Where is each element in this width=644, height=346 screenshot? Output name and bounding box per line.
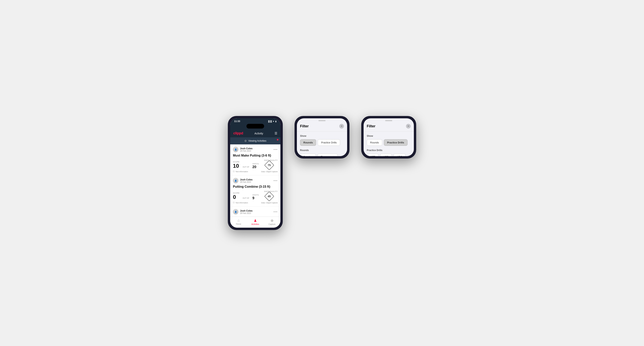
notification-dot-1 [277, 139, 278, 141]
user-info-1: 👤 Josh Coles 28 Feb 2023 [233, 147, 252, 152]
user-info-2: 👤 Josh Coles 28 Feb 2023 [233, 178, 252, 183]
sq-group-2: Shot Quality 45 [264, 190, 278, 200]
filter-icon-1: ⚙ [244, 139, 247, 143]
phone-2-screen: 11:33 ▐▐▐ ▼ ▮ clippd Activity ☰ ⚙ Viewin… [297, 118, 347, 156]
score-group-2: Score 0 [233, 192, 240, 200]
out-of-1: OUT OF [243, 166, 250, 169]
test-info-2: ⓘ Test Information [233, 201, 248, 204]
activity-title-2: Putting Combine (3-15 ft) [233, 185, 278, 188]
sq-label-2: Shot Quality [264, 190, 278, 192]
close-button-3[interactable]: ✕ [406, 124, 411, 129]
more-dots-2[interactable]: ••• [274, 179, 278, 182]
avatar-img-2: 👤 [233, 178, 238, 183]
phone-2: 11:33 ▐▐▐ ▼ ▮ clippd Activity ☰ ⚙ Viewin… [294, 116, 350, 159]
info-icon-1: ⓘ [233, 170, 235, 173]
user-date-2: 28 Feb 2023 [240, 181, 252, 183]
signal-icon: ▐▐▐ [268, 120, 272, 123]
more-dots-3[interactable]: ••• [274, 210, 278, 213]
island-pill-1 [246, 124, 264, 129]
rounds-show-btn-2[interactable]: Rounds [300, 139, 316, 146]
user-name-2: Josh Coles [240, 178, 252, 181]
activity-list-1: 👤 Josh Coles 28 Feb 2023 ••• Must Make P… [230, 144, 280, 217]
status-bar-1: 11:33 ▐▐▐ ▼ ▮ [230, 118, 280, 124]
modal-title-3: Filter [367, 124, 375, 128]
avatar-1: 👤 [233, 147, 238, 152]
activities-icon-1: ♟ [254, 218, 257, 223]
score-value-1: 10 [233, 163, 240, 169]
bottom-nav-1: ⌂ Home ♟ Activities ⊕ Capture [230, 217, 280, 228]
drill-buttons-3: OTT APP ARG PUTT [367, 154, 411, 156]
menu-icon-1[interactable]: ☰ [274, 132, 277, 135]
sq-badge-1: 75 [264, 160, 274, 170]
stats-row-1: Score 10 OUT OF Shots 20 Shot Quality 75 [233, 159, 278, 169]
nav-item-home-1[interactable]: ⌂ Home [230, 218, 247, 225]
arg-btn-3[interactable]: ARG [394, 154, 406, 156]
capture-label-1: Capture [269, 223, 276, 225]
shots-label-2: Shots [252, 194, 259, 196]
rounds-buttons-2: Practice Tournament [300, 154, 344, 156]
modal-handle-3 [364, 118, 414, 122]
modal-body-3: Show Rounds Practice Drills Practice Dri… [364, 132, 414, 156]
wifi-icon: ▼ [272, 120, 274, 123]
home-label-1: Home [236, 223, 241, 225]
nav-item-activities-1[interactable]: ♟ Activities [247, 218, 264, 225]
shots-group-1: Shots 20 [252, 163, 259, 169]
battery-icon: ▮ [275, 120, 276, 123]
filter-modal-3: Filter ✕ Show Rounds Practice Drills Pra… [364, 118, 414, 156]
activity-title-1: Must Make Putting (3-6 ft) [233, 154, 278, 157]
viewing-bar-1[interactable]: ⚙ Viewing Activities [230, 137, 280, 144]
show-buttons-3: Rounds Practice Drills [367, 139, 411, 146]
sq-badge-2: 45 [264, 191, 274, 201]
sq-label-1: Shot Quality [264, 159, 278, 161]
rounds-show-btn-3[interactable]: Rounds [367, 139, 382, 146]
user-name-1: Josh Coles [240, 147, 252, 150]
activity-footer-1: ⓘ Test Information Data: Clippd Capture [233, 170, 278, 173]
modal-overlay-3: Filter ✕ Show Rounds Practice Drills Pra… [364, 118, 414, 156]
tournament-btn-2[interactable]: Tournament [318, 154, 338, 156]
shots-value-2: 9 [252, 196, 259, 200]
card-header-2: 👤 Josh Coles 28 Feb 2023 ••• [233, 178, 278, 183]
user-details-1: Josh Coles 28 Feb 2023 [240, 147, 252, 152]
score-value-2: 0 [233, 194, 240, 200]
avatar-img-1: 👤 [233, 147, 238, 152]
logo-1: clippd [233, 131, 243, 135]
practice-btn-2[interactable]: Practice [300, 154, 316, 156]
user-details-3: Josh Coles 28 Feb 2023 [240, 209, 252, 214]
home-icon-1: ⌂ [238, 218, 240, 223]
activity-card-2: 👤 Josh Coles 28 Feb 2023 ••• Putting Com… [230, 175, 280, 206]
card-header-1: 👤 Josh Coles 28 Feb 2023 ••• [233, 147, 278, 152]
activity-card-1: 👤 Josh Coles 28 Feb 2023 ••• Must Make P… [230, 144, 280, 175]
data-source-2: Data: Clippd Capture [261, 202, 278, 204]
practice-drills-show-btn-2[interactable]: Practice Drills [318, 139, 340, 146]
phone-1: 11:33 ▐▐▐ ▼ ▮ clippd Activity ☰ ⚙ Viewin [228, 116, 283, 230]
modal-title-2: Filter [300, 124, 309, 128]
user-date-1: 28 Feb 2023 [240, 150, 252, 152]
practice-drills-show-btn-3[interactable]: Practice Drills [384, 139, 408, 146]
score-group-1: Score 10 [233, 161, 240, 169]
show-buttons-2: Rounds Practice Drills [300, 139, 344, 146]
user-name-3: Josh Coles [240, 209, 252, 212]
show-label-2: Show [300, 135, 344, 137]
sq-value-1: 75 [268, 164, 271, 167]
status-time-1: 11:33 [234, 120, 240, 123]
modal-header-3: Filter ✕ [364, 122, 414, 132]
shots-value-1: 20 [252, 165, 259, 169]
rounds-label-2: Rounds [300, 149, 344, 152]
app-btn-3[interactable]: APP [380, 154, 392, 156]
phone-3: 11:33 ▐▐▐ ▼ ▮ clippd Activity ☰ ⚙ Viewin… [361, 116, 416, 159]
close-button-2[interactable]: ✕ [339, 124, 344, 129]
modal-header-2: Filter ✕ [297, 122, 347, 132]
phone-3-screen: 11:33 ▐▐▐ ▼ ▮ clippd Activity ☰ ⚙ Viewin… [364, 118, 414, 156]
data-source-1: Data: Clippd Capture [261, 171, 278, 173]
test-info-1: ⓘ Test Information [233, 170, 248, 173]
user-info-3: 👤 Josh Coles 28 Feb 2023 [233, 209, 252, 214]
nav-item-capture-1[interactable]: ⊕ Capture [264, 218, 280, 225]
stats-row-2: Score 0 OUT OF Shots 9 Shot Quality 45 [233, 190, 278, 200]
more-dots-1[interactable]: ••• [274, 148, 278, 151]
capture-icon-1: ⊕ [270, 218, 274, 223]
dynamic-island-1 [230, 124, 280, 129]
shots-label-1: Shots [252, 163, 259, 165]
show-label-3: Show [367, 135, 411, 137]
nav-header-1: clippd Activity ☰ [230, 129, 280, 137]
ott-btn-3[interactable]: OTT [367, 154, 378, 156]
